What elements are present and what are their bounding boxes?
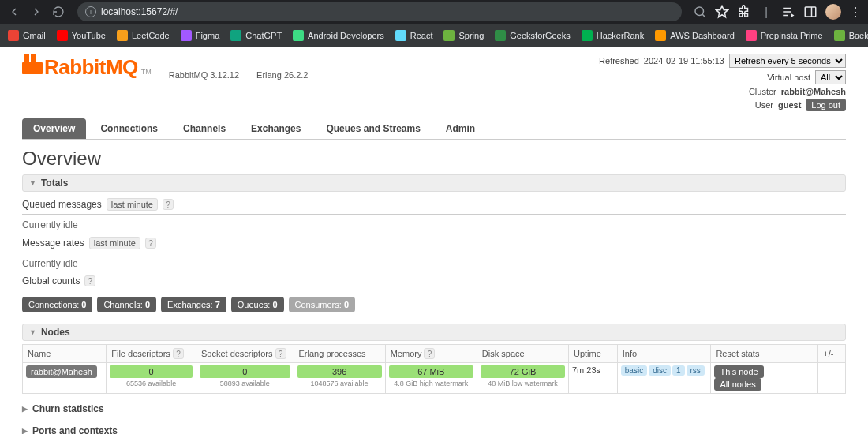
column-header: Reset stats (711, 345, 818, 363)
site-info-icon[interactable]: i (85, 6, 96, 17)
reset-button[interactable]: All nodes (714, 378, 761, 391)
user-value: guest (778, 100, 801, 110)
tab-channels[interactable]: Channels (172, 118, 237, 139)
refresh-interval-select[interactable]: Refresh every 5 seconds (729, 54, 846, 68)
browser-right-icons: | ⋮ (693, 4, 862, 20)
address-bar[interactable]: i localhost:15672/#/ (77, 2, 682, 21)
nodes-section-header[interactable]: ▼ Nodes (22, 324, 846, 341)
reset-button[interactable]: This node (714, 365, 763, 378)
bookmark-item[interactable]: Android Developers (293, 30, 384, 41)
bookmark-item[interactable]: GeeksforGeeks (495, 30, 570, 41)
search-icon[interactable] (693, 5, 707, 19)
bookmark-item[interactable]: PrepInsta Prime (746, 30, 823, 41)
column-header: Memory ? (385, 345, 477, 363)
global-counts-row: Connections: 0Channels: 0Exchanges: 7Que… (22, 297, 846, 312)
bookmark-label: LeetCode (132, 31, 170, 40)
tab-overview[interactable]: Overview (22, 118, 86, 139)
chevron-down-icon: ▼ (29, 179, 36, 187)
bookmark-label: Spring (458, 31, 484, 40)
bookmark-favicon (117, 30, 128, 41)
info-tag[interactable]: rss (687, 365, 705, 376)
main-tabs: OverviewConnectionsChannelsExchangesQueu… (22, 118, 846, 140)
count-badge-connections[interactable]: Connections: 0 (22, 297, 92, 312)
help-icon[interactable]: ? (173, 348, 184, 359)
tab-exchanges[interactable]: Exchanges (240, 118, 312, 139)
nodes-table: NameFile descriptors ?Socket descriptors… (22, 344, 846, 394)
column-header: Name (23, 345, 107, 363)
rabbitmq-logo[interactable]: RabbitMQ TM (22, 54, 152, 80)
browser-toolbar: i localhost:15672/#/ | ⋮ (0, 0, 868, 24)
info-tag[interactable]: basic (621, 365, 647, 376)
metric-value: 396 (297, 365, 382, 378)
count-value: 7 (215, 300, 220, 309)
collapsed-section-churn-statistics[interactable]: ▶Churn statistics (22, 402, 846, 416)
expand-cell[interactable] (818, 363, 846, 394)
info-tag[interactable]: 1 (672, 365, 685, 376)
column-header: Erlang processes (294, 345, 385, 363)
profile-avatar[interactable] (825, 4, 841, 20)
trademark: TM (141, 68, 152, 76)
rates-range-select[interactable]: last minute (89, 237, 140, 249)
collapsed-section-ports-and-contexts[interactable]: ▶Ports and contexts (22, 424, 846, 434)
url-text: localhost:15672/#/ (101, 6, 178, 17)
metric-cell: 065536 available (107, 363, 196, 394)
info-tag[interactable]: disc (649, 365, 671, 376)
bookmark-item[interactable]: YouTube (57, 30, 106, 41)
bookmark-item[interactable]: Baeldung (834, 30, 868, 41)
bookmark-label: HackerRank (597, 31, 645, 40)
bookmark-item[interactable]: ChatGPT (230, 30, 282, 41)
metric-sub: 48 MiB low watermark (481, 380, 565, 387)
vhost-select[interactable]: All (815, 70, 846, 84)
queued-range-select[interactable]: last minute (107, 198, 158, 211)
bookmark-favicon (582, 30, 593, 41)
metric-cell: 058893 available (196, 363, 294, 394)
totals-section-header[interactable]: ▼ Totals (22, 174, 846, 192)
count-badge-channels[interactable]: Channels: 0 (97, 297, 156, 312)
help-icon[interactable]: ? (163, 199, 174, 210)
bookmark-label: React (410, 31, 433, 40)
bookmark-favicon (443, 30, 455, 41)
media-icon[interactable] (781, 5, 795, 19)
panel-icon[interactable] (803, 5, 817, 19)
bookmark-star-icon[interactable] (715, 5, 729, 19)
bookmark-label: ChatGPT (245, 31, 282, 40)
tab-connections[interactable]: Connections (89, 118, 169, 139)
queued-idle-text: Currently idle (22, 219, 846, 230)
extensions-icon[interactable] (737, 5, 751, 19)
nav-reload-button[interactable] (51, 4, 66, 20)
browser-menu-icon[interactable]: ⋮ (849, 5, 862, 20)
count-badge-consumers[interactable]: Consumers: 0 (289, 297, 355, 312)
totals-label: Totals (41, 178, 68, 189)
count-label: Channels: (103, 300, 145, 309)
help-icon[interactable]: ? (424, 348, 435, 359)
reset-cell: This nodeAll nodes (711, 363, 818, 394)
bookmark-item[interactable]: React (395, 30, 433, 41)
bookmark-item[interactable]: Spring (443, 30, 484, 41)
node-name-link[interactable]: rabbit@Mahesh (26, 365, 97, 378)
metric-cell: 67 MiB4.8 GiB high watermark (385, 363, 477, 394)
count-label: Consumers: (295, 300, 344, 309)
brand-row: RabbitMQ TM RabbitMQ 3.12.12 Erlang 26.2… (22, 54, 308, 80)
svg-rect-4 (805, 7, 816, 17)
bookmark-favicon (57, 30, 68, 41)
bookmark-item[interactable]: Figma (181, 30, 220, 41)
node-name-cell: rabbit@Mahesh (23, 363, 107, 394)
bookmark-item[interactable]: Gmail (8, 30, 46, 41)
bookmark-item[interactable]: AWS Dashboard (655, 30, 735, 41)
page-viewport[interactable]: RabbitMQ TM RabbitMQ 3.12.12 Erlang 26.2… (0, 47, 868, 434)
bookmark-favicon (293, 30, 304, 41)
nav-back-button[interactable] (6, 4, 22, 20)
help-icon[interactable]: ? (84, 275, 95, 286)
nav-forward-button[interactable] (28, 4, 44, 20)
bookmark-item[interactable]: LeetCode (117, 30, 170, 41)
tab-queues-and-streams[interactable]: Queues and Streams (315, 118, 431, 139)
count-value: 0 (344, 300, 349, 309)
tab-admin[interactable]: Admin (435, 118, 486, 139)
count-badge-exchanges[interactable]: Exchanges: 7 (161, 297, 226, 312)
uptime-cell: 7m 23s (569, 363, 618, 394)
help-icon[interactable]: ? (275, 348, 286, 359)
bookmark-item[interactable]: HackerRank (582, 30, 645, 41)
count-badge-queues[interactable]: Queues: 0 (231, 297, 284, 312)
help-icon[interactable]: ? (145, 238, 156, 249)
logout-button[interactable]: Log out (806, 99, 846, 111)
